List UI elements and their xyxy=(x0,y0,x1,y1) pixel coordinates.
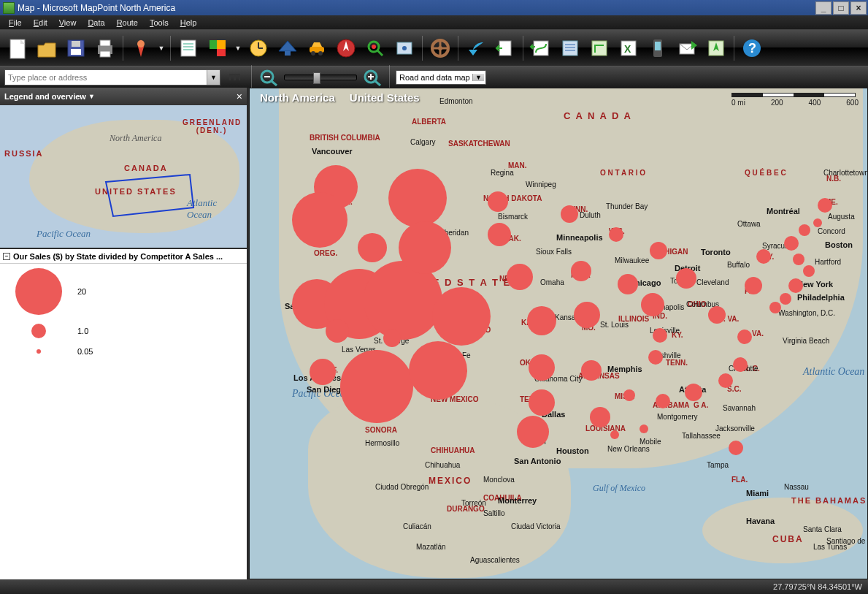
drivetime-button[interactable] xyxy=(274,35,301,61)
help-button[interactable]: ? xyxy=(739,35,765,61)
data-bubble[interactable] xyxy=(581,360,602,381)
open-button[interactable] xyxy=(34,35,60,61)
zoom-out-button[interactable] xyxy=(258,68,280,87)
location-breadcrumb[interactable]: North AmericaUnited States xyxy=(260,91,434,104)
data-bubble[interactable] xyxy=(488,223,511,246)
gps-task-button[interactable] xyxy=(703,35,729,61)
data-bubble[interactable] xyxy=(574,302,600,328)
data-bubble[interactable] xyxy=(788,278,803,293)
data-bubble[interactable] xyxy=(685,384,702,401)
data-bubble[interactable] xyxy=(529,354,555,381)
menu-edit[interactable]: Edit xyxy=(28,17,53,28)
data-bubble[interactable] xyxy=(432,287,491,346)
data-bubble[interactable] xyxy=(571,261,591,281)
menu-help[interactable]: Help xyxy=(174,17,203,28)
data-bubble[interactable] xyxy=(388,169,447,227)
map-style-combo[interactable]: Road and data map ▼ xyxy=(396,70,486,85)
data-bubble[interactable] xyxy=(799,224,810,236)
save-button[interactable] xyxy=(63,35,89,61)
legend-close-button[interactable]: × xyxy=(237,91,242,102)
data-bubble[interactable] xyxy=(326,319,349,343)
route-pane-button[interactable] xyxy=(528,35,554,61)
legend-series-title[interactable]: − Our Sales ($) by State divided by Comp… xyxy=(0,249,247,264)
territory-dropdown[interactable]: ▼ xyxy=(234,45,242,52)
address-input[interactable] xyxy=(5,71,207,84)
address-combo[interactable]: ▼ xyxy=(4,69,220,85)
data-bubble[interactable] xyxy=(813,218,822,227)
excel-button[interactable]: X xyxy=(615,35,642,61)
data-bubble[interactable] xyxy=(310,359,336,385)
select-button[interactable] xyxy=(391,35,418,61)
data-bubble[interactable] xyxy=(718,373,733,388)
data-bubble[interactable] xyxy=(780,293,791,305)
data-bubble[interactable] xyxy=(640,424,648,433)
data-bubble[interactable] xyxy=(641,293,664,316)
data-bubble[interactable] xyxy=(561,205,578,223)
export-button[interactable] xyxy=(492,35,518,61)
data-bubble[interactable] xyxy=(756,249,771,264)
pushpin-dropdown[interactable]: ▼ xyxy=(157,45,166,52)
data-bubble[interactable] xyxy=(488,191,508,212)
legend-header[interactable]: Legend and overview ▼ × xyxy=(0,88,247,105)
phone-button[interactable] xyxy=(645,35,671,61)
data-bubble[interactable] xyxy=(529,389,555,416)
data-bubble[interactable] xyxy=(610,430,619,439)
steer-button[interactable] xyxy=(427,35,453,61)
data-bubble[interactable] xyxy=(803,265,815,277)
map-canvas[interactable]: North AmericaUnited States 0 mi200400600… xyxy=(249,88,868,579)
data-bubble[interactable] xyxy=(737,330,752,344)
data-bubble[interactable] xyxy=(409,341,467,400)
data-bubble[interactable] xyxy=(358,233,387,262)
props-button[interactable] xyxy=(175,35,201,61)
schedule-button[interactable] xyxy=(245,35,272,61)
data-bubble[interactable] xyxy=(527,306,556,335)
data-bubble[interactable] xyxy=(623,389,635,401)
close-button[interactable]: × xyxy=(850,1,867,15)
car-button[interactable] xyxy=(304,35,330,61)
data-bubble[interactable] xyxy=(818,198,832,213)
data-bubble[interactable] xyxy=(733,357,748,372)
data-bubble[interactable] xyxy=(292,192,347,248)
data-bubble[interactable] xyxy=(676,268,696,289)
data-bubble[interactable] xyxy=(383,330,401,347)
data-bubble[interactable] xyxy=(340,350,413,423)
new-button[interactable] xyxy=(4,35,31,61)
data-bubble[interactable] xyxy=(745,277,762,294)
data-bubble[interactable] xyxy=(507,264,533,290)
map-style-dropdown-button[interactable]: ▼ xyxy=(472,74,484,81)
data-bubble[interactable] xyxy=(517,416,549,448)
directions-button[interactable] xyxy=(586,35,612,61)
data-bubble[interactable] xyxy=(656,394,670,408)
maximize-button[interactable]: □ xyxy=(833,1,849,15)
menu-route[interactable]: Route xyxy=(111,17,144,28)
data-bubble[interactable] xyxy=(769,302,781,313)
minimize-button[interactable]: _ xyxy=(815,1,831,15)
back-button[interactable] xyxy=(463,35,489,61)
data-bubble[interactable] xyxy=(648,350,663,365)
data-bubble[interactable] xyxy=(618,274,638,294)
data-bubble[interactable] xyxy=(708,306,726,324)
zoom-slider[interactable] xyxy=(284,75,357,80)
overview-map[interactable]: RUSSIA CANADA UNITED STATES GREENLAND (D… xyxy=(0,105,247,249)
data-bubble[interactable] xyxy=(729,441,743,455)
pushpin-button[interactable] xyxy=(128,35,154,61)
itinerary-button[interactable] xyxy=(557,35,583,61)
zoom-thumb[interactable] xyxy=(313,72,320,84)
find-button[interactable] xyxy=(225,69,245,86)
zoom-in-button[interactable] xyxy=(361,68,383,87)
menu-view[interactable]: View xyxy=(53,17,82,28)
territory-button[interactable] xyxy=(204,35,231,61)
data-bubble[interactable] xyxy=(784,236,799,251)
gps-button[interactable] xyxy=(333,35,359,61)
data-bubble[interactable] xyxy=(609,227,623,242)
menu-file[interactable]: File xyxy=(3,17,28,28)
find-button[interactable] xyxy=(362,35,388,61)
send-button[interactable] xyxy=(674,35,700,61)
data-bubble[interactable] xyxy=(399,221,451,274)
address-dropdown-button[interactable]: ▼ xyxy=(207,70,220,85)
menu-tools[interactable]: Tools xyxy=(144,17,174,28)
menu-data[interactable]: Data xyxy=(82,17,110,28)
data-bubble[interactable] xyxy=(793,254,804,265)
data-bubble[interactable] xyxy=(653,328,667,343)
data-bubble[interactable] xyxy=(650,242,667,259)
